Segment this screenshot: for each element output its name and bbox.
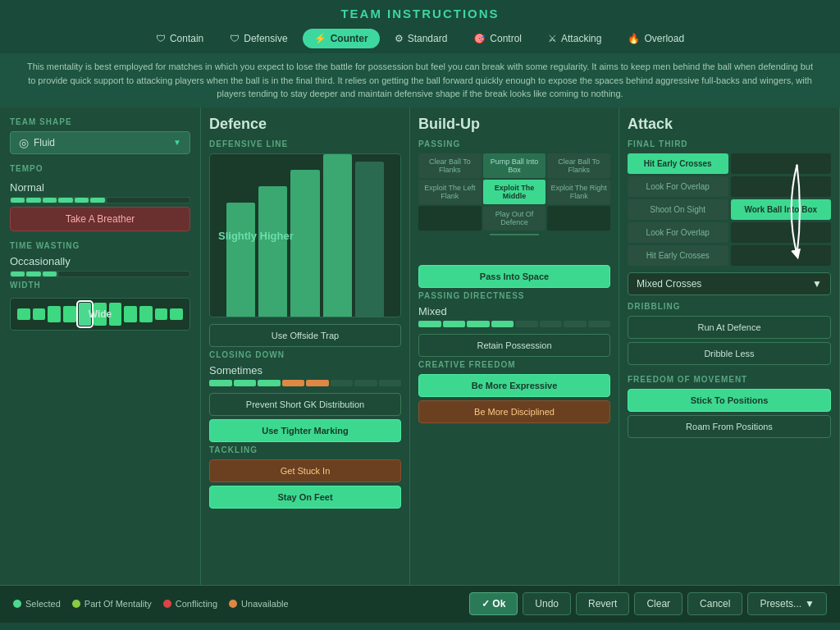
def-bar-3 xyxy=(290,170,319,316)
conflict-dot xyxy=(163,600,171,608)
pg-play-out[interactable]: Play Out Of Defence xyxy=(483,206,546,231)
tab-control[interactable]: 🎯 Control xyxy=(462,29,533,48)
defence-panel: Defence DEFENSIVE LINE Slightly Higher U… xyxy=(201,107,410,585)
tab-counter[interactable]: ⚡ Counter xyxy=(303,29,380,48)
stick-positions-button[interactable]: Stick To Positions xyxy=(628,389,831,412)
cp-3 xyxy=(258,380,281,386)
presets-chevron-icon: ▼ xyxy=(805,598,815,609)
fom-label: FREEDOM OF MOVEMENT xyxy=(628,375,831,384)
pass-directness-label: PASSING DIRECTNESS xyxy=(418,291,610,300)
def-line-visual: Slightly Higher xyxy=(209,153,401,317)
ag-hit-early-1[interactable]: Hit Early Crosses xyxy=(628,153,728,174)
def-line-value: Slightly Higher xyxy=(218,229,294,241)
width-seg-10 xyxy=(155,308,168,320)
take-breather-button[interactable]: Take A Breather xyxy=(10,207,190,231)
get-stuck-button[interactable]: Get Stuck In xyxy=(209,459,401,482)
presets-button[interactable]: Presets... ▼ xyxy=(747,592,827,615)
cp-6 xyxy=(331,380,354,386)
width-label: WIDTH xyxy=(10,281,190,290)
time-wasting-label: TIME WASTING xyxy=(10,241,190,250)
bottom-bar: Selected Part Of Mentality Conflicting U… xyxy=(0,585,840,623)
width-seg-8 xyxy=(124,306,137,322)
buildup-panel: Build-Up PASSING Clear Ball To Flanks Pu… xyxy=(410,107,619,585)
cp-5 xyxy=(306,380,329,386)
time-wasting-bar xyxy=(10,271,190,277)
def-bar-4 xyxy=(323,154,352,317)
tw-seg-rest xyxy=(58,272,189,276)
retain-possession-button[interactable]: Retain Possession xyxy=(418,334,610,357)
ok-button[interactable]: ✓ Ok xyxy=(469,592,518,615)
def-bar-2 xyxy=(258,186,287,316)
tab-overload[interactable]: 🔥 Overload xyxy=(616,29,696,48)
buildup-title: Build-Up xyxy=(418,116,610,133)
def-bar-1 xyxy=(226,203,255,317)
ag-empty-3 xyxy=(731,222,832,243)
closing-down-label: CLOSING DOWN xyxy=(209,350,401,359)
standard-icon: ⚙ xyxy=(395,33,404,44)
pg-clear-right[interactable]: Clear Ball To Flanks xyxy=(547,153,610,178)
tempo-seg-1 xyxy=(11,198,25,203)
pg-clear-left[interactable]: Clear Ball To Flanks xyxy=(418,153,482,178)
tackling-label: TACKLING xyxy=(209,445,401,454)
undo-button[interactable]: Undo xyxy=(523,592,571,615)
ag-shoot-sight[interactable]: Shoot On Sight xyxy=(628,199,728,220)
dribble-less-button[interactable]: Dribble Less xyxy=(628,342,831,365)
tempo-label: TEMPO xyxy=(10,164,190,173)
tab-standard[interactable]: ⚙ Standard xyxy=(383,29,459,48)
width-seg-11 xyxy=(170,308,183,320)
passing-grid: Clear Ball To Flanks Pump Ball Into Box … xyxy=(418,153,610,231)
legend-conflicting: Conflicting xyxy=(163,599,217,609)
revert-button[interactable]: Revert xyxy=(576,592,629,615)
tw-seg-3 xyxy=(43,272,57,276)
clear-button[interactable]: Clear xyxy=(634,592,682,615)
width-seg-1 xyxy=(17,308,30,320)
be-disciplined-button[interactable]: Be More Disciplined xyxy=(418,400,610,423)
attacking-icon: ⚔ xyxy=(548,33,557,44)
run-at-defence-button[interactable]: Run At Defence xyxy=(628,316,831,339)
passing-label: PASSING xyxy=(418,139,610,148)
tab-attacking[interactable]: ⚔ Attacking xyxy=(536,29,613,48)
tighter-marking-button[interactable]: Use Tighter Marking xyxy=(209,419,401,442)
width-seg-4 xyxy=(63,306,76,322)
defensive-line-label: DEFENSIVE LINE xyxy=(209,139,401,148)
tempo-seg-5 xyxy=(75,198,89,203)
ag-work-ball[interactable]: Work Ball Into Box xyxy=(731,199,832,220)
pg-pump-box[interactable]: Pump Ball Into Box xyxy=(483,153,546,178)
prevent-gk-button[interactable]: Prevent Short GK Distribution xyxy=(209,393,401,416)
tabs-bar: 🛡 Contain 🛡 Defensive ⚡ Counter ⚙ Standa… xyxy=(0,25,840,53)
attack-title: Attack xyxy=(628,116,831,133)
legend-unavailable: Unavailable xyxy=(229,599,288,609)
crosses-dropdown[interactable]: Mixed Crosses ▼ xyxy=(628,272,831,295)
cancel-button[interactable]: Cancel xyxy=(687,592,742,615)
pass-into-space-button[interactable]: Pass Into Space xyxy=(418,265,610,288)
pp-1 xyxy=(418,321,441,327)
defensive-icon: 🛡 xyxy=(230,33,240,44)
tab-defensive[interactable]: 🛡 Defensive xyxy=(218,29,299,48)
pg-exploit-right[interactable]: Exploit The Right Flank xyxy=(547,180,610,204)
width-slider[interactable]: Wide xyxy=(10,298,190,331)
left-panel: TEAM SHAPE ◎ Fluid ▼ TEMPO Normal Take A… xyxy=(0,107,201,585)
width-seg-9 xyxy=(139,306,153,322)
action-buttons: ✓ Ok Undo Revert Clear Cancel Presets...… xyxy=(469,592,827,615)
tab-contain[interactable]: 🛡 Contain xyxy=(144,29,215,48)
ag-hit-early-2[interactable]: Hit Early Crosses xyxy=(628,245,728,266)
width-value: Wide xyxy=(89,308,112,320)
stay-feet-button[interactable]: Stay On Feet xyxy=(209,486,401,509)
ag-look-overlap-1[interactable]: Look For Overlap xyxy=(628,176,728,197)
cp-2 xyxy=(234,380,257,386)
crosses-chevron-icon: ▼ xyxy=(812,278,822,290)
pg-exploit-middle[interactable]: Exploit The Middle xyxy=(483,180,546,204)
pg-exploit-left[interactable]: Exploit The Left Flank xyxy=(418,180,482,204)
center-panels: Defence DEFENSIVE LINE Slightly Higher U… xyxy=(201,107,840,585)
roam-positions-button[interactable]: Roam From Positions xyxy=(628,415,831,438)
main-content: TEAM SHAPE ◎ Fluid ▼ TEMPO Normal Take A… xyxy=(0,107,840,585)
pp-4 xyxy=(491,321,514,327)
ag-empty-4 xyxy=(731,245,832,266)
be-expressive-button[interactable]: Be More Expressive xyxy=(418,374,610,397)
pp-7 xyxy=(564,321,587,327)
contain-icon: 🛡 xyxy=(156,33,166,44)
offside-trap-button[interactable]: Use Offside Trap xyxy=(209,324,401,347)
description: This mentality is best employed for matc… xyxy=(0,53,840,107)
ag-look-overlap-2[interactable]: Look For Overlap xyxy=(628,222,728,243)
team-shape-select[interactable]: ◎ Fluid ▼ xyxy=(10,131,190,154)
